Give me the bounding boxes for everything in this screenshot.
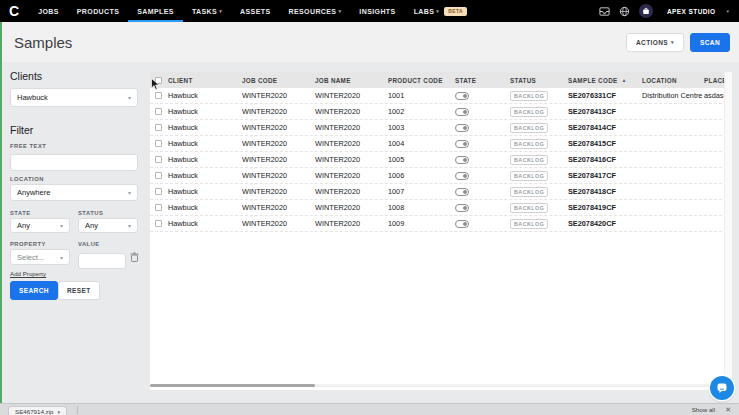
reset-button[interactable]: RESET <box>58 281 100 300</box>
status-badge: BACKLOG <box>510 107 548 117</box>
chevron-down-icon: ▾ <box>338 8 341 14</box>
top-nav-items: JOBSPRODUCTSSAMPLESTASKS▾ASSETSRESOURCES… <box>29 0 599 22</box>
free-text-input[interactable] <box>10 154 138 171</box>
table-row[interactable]: HawbuckWINTER2020WINTER20201009BACKLOGSE… <box>150 216 732 232</box>
trash-icon[interactable] <box>130 252 139 262</box>
column-header-state[interactable]: STATE <box>455 77 510 84</box>
cell-client: Hawbuck <box>168 91 242 100</box>
chevron-down-icon: ▾ <box>60 222 63 229</box>
user-avatar[interactable] <box>639 4 653 18</box>
cell-job-name: WINTER2020 <box>315 187 388 196</box>
state-label: STATE <box>10 210 31 216</box>
row-checkbox[interactable] <box>155 188 162 195</box>
column-header-job-code[interactable]: JOB CODE <box>242 77 315 84</box>
nav-item-labs[interactable]: LABS▾BETA <box>405 0 476 22</box>
state-toggle[interactable] <box>455 204 469 212</box>
column-header-client[interactable]: CLIENT <box>168 77 242 84</box>
chat-launcher-button[interactable] <box>710 376 734 400</box>
state-select[interactable]: Any▾ <box>10 218 70 233</box>
table-row[interactable]: HawbuckWINTER2020WINTER20201003BACKLOGSE… <box>150 120 732 136</box>
nav-item-samples[interactable]: SAMPLES <box>128 0 183 22</box>
state-toggle[interactable] <box>455 140 469 148</box>
cell-job-code: WINTER2020 <box>242 219 315 228</box>
select-all-checkbox[interactable] <box>155 77 162 84</box>
cell-job-name: WINTER2020 <box>315 219 388 228</box>
inbox-icon[interactable] <box>599 6 610 17</box>
column-header-sample-code[interactable]: SAMPLE CODE▲ <box>568 77 642 84</box>
cell-product-code: 1005 <box>388 155 455 164</box>
account-name[interactable]: APEX STUDIO <box>667 8 715 15</box>
property-select[interactable]: Select...▾ <box>10 249 70 265</box>
status-select[interactable]: Any▾ <box>78 218 138 233</box>
download-bar: SE467914.zip ▾ Show all ✕ <box>0 403 739 415</box>
cell-product-code: 1001 <box>388 91 455 100</box>
divider <box>77 406 78 414</box>
state-toggle[interactable] <box>455 92 469 100</box>
nav-item-resources[interactable]: RESOURCES▾ <box>279 0 350 22</box>
scan-button[interactable]: SCAN <box>690 33 730 52</box>
cell-client: Hawbuck <box>168 139 242 148</box>
add-property-link[interactable]: Add Property <box>10 270 46 277</box>
cell-sample-code: SE2078418CF <box>568 187 642 196</box>
chevron-down-icon: ▾ <box>219 8 222 14</box>
table-row[interactable]: HawbuckWINTER2020WINTER20201007BACKLOGSE… <box>150 184 732 200</box>
state-toggle[interactable] <box>455 172 469 180</box>
table-row[interactable]: HawbuckWINTER2020WINTER20201006BACKLOGSE… <box>150 168 732 184</box>
cell-sample-code: SE2076331CF <box>568 91 642 100</box>
row-checkbox[interactable] <box>155 204 162 211</box>
table-row[interactable]: HawbuckWINTER2020WINTER20201002BACKLOGSE… <box>150 104 732 120</box>
row-checkbox[interactable] <box>155 156 162 163</box>
chevron-down-icon: ▾ <box>58 409 61 415</box>
state-toggle[interactable] <box>455 124 469 132</box>
row-checkbox[interactable] <box>155 140 162 147</box>
bag-icon <box>642 7 650 15</box>
search-button[interactable]: SEARCH <box>10 281 58 300</box>
show-all-downloads-link[interactable]: Show all <box>692 406 715 413</box>
state-toggle[interactable] <box>455 108 469 116</box>
column-header-product-code[interactable]: PRODUCT CODE <box>388 77 455 84</box>
state-toggle[interactable] <box>455 188 469 196</box>
client-select[interactable]: Hawbuck▾ <box>10 88 138 107</box>
nav-item-assets[interactable]: ASSETS <box>231 0 279 22</box>
status-badge: BACKLOG <box>510 139 548 149</box>
location-label: LOCATION <box>10 176 44 182</box>
cell-sample-code: SE2078417CF <box>568 171 642 180</box>
globe-icon[interactable] <box>619 6 630 17</box>
cell-job-code: WINTER2020 <box>242 155 315 164</box>
cell-product-code: 1009 <box>388 219 455 228</box>
status-badge: BACKLOG <box>510 155 548 165</box>
column-header-status[interactable]: STATUS <box>510 77 568 84</box>
nav-item-insights[interactable]: INSIGHTS <box>350 0 404 22</box>
cell-job-code: WINTER2020 <box>242 107 315 116</box>
nav-item-tasks[interactable]: TASKS▾ <box>183 0 231 22</box>
cell-client: Hawbuck <box>168 187 242 196</box>
table-row[interactable]: HawbuckWINTER2020WINTER20201005BACKLOGSE… <box>150 152 732 168</box>
cell-product-code: 1003 <box>388 123 455 132</box>
row-checkbox[interactable] <box>155 124 162 131</box>
table-row[interactable]: HawbuckWINTER2020WINTER20201001BACKLOGSE… <box>150 88 732 104</box>
app-logo[interactable]: C <box>0 0 29 22</box>
state-toggle[interactable] <box>455 156 469 164</box>
close-icon[interactable]: ✕ <box>725 406 731 413</box>
table-row[interactable]: HawbuckWINTER2020WINTER20201008BACKLOGSE… <box>150 200 732 216</box>
column-header-location[interactable]: LOCATION <box>642 77 704 84</box>
row-checkbox[interactable] <box>155 172 162 179</box>
labs-beta-badge: BETA <box>444 7 467 16</box>
cell-product-code: 1007 <box>388 187 455 196</box>
property-label: PROPERTY <box>10 241 46 247</box>
column-header-job-name[interactable]: JOB NAME <box>315 77 388 84</box>
horizontal-scrollbar-thumb[interactable] <box>150 384 315 387</box>
state-toggle[interactable] <box>455 220 469 228</box>
actions-button[interactable]: ACTIONS▾ <box>626 33 684 52</box>
row-checkbox[interactable] <box>155 220 162 227</box>
cell-product-code: 1004 <box>388 139 455 148</box>
nav-item-jobs[interactable]: JOBS <box>29 0 68 22</box>
row-checkbox[interactable] <box>155 92 162 99</box>
nav-item-products[interactable]: PRODUCTS <box>68 0 128 22</box>
download-item[interactable]: SE467914.zip ▾ <box>8 406 67 415</box>
location-select[interactable]: Anywhere▾ <box>10 184 138 201</box>
vertical-scrollbar[interactable] <box>724 72 732 390</box>
table-row[interactable]: HawbuckWINTER2020WINTER20201004BACKLOGSE… <box>150 136 732 152</box>
value-input[interactable] <box>78 253 126 269</box>
row-checkbox[interactable] <box>155 108 162 115</box>
